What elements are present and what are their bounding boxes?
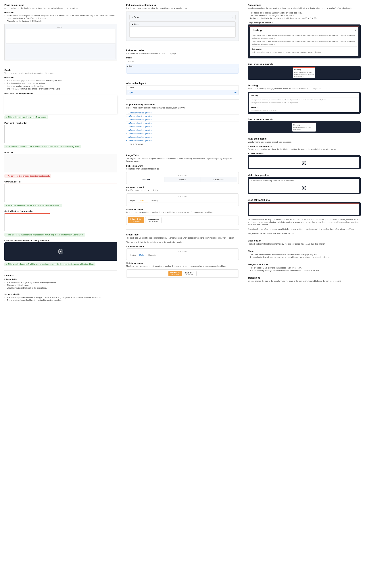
small-tabs-desc2: They are also likely to be the variation… [126,241,239,244]
scrolling-title: Scrolling [248,84,361,87]
small-modal-2-title: Heading [293,124,315,126]
section-close: Close The close button will send any dat… [248,250,361,259]
full-column-desc: Acceptable when number of tabs is fixed. [126,168,239,170]
page-bg-inner-2 [6,44,116,59]
small-var-tab-2[interactable]: Small Group 2-5 Students [183,271,197,276]
inline-closed[interactable]: ✓ Closed ⌄ [126,60,239,64]
section-small-tabs: Small Tabs The small tabs are used for l… [126,233,239,278]
small-tabs-desc1: The small tabs are used for less promine… [126,237,239,239]
cards-desc: The content card can be used to elevate … [4,72,117,75]
badge-text: This card has a drop shadow only. Even s… [8,116,47,118]
play-circle[interactable]: ▶ [302,161,306,165]
scroll-modal-body: Lorem ipsum dolor sit amet, consectetur … [249,98,359,112]
check-icon: ✓ [6,204,7,206]
card-progress-label: Card with steps / progress bar [4,210,117,212]
faq-item-4[interactable]: A Frequently asked question [126,125,239,129]
scroll-sub-text: Lorem ipsum dolor sit amet consectetur. [251,109,358,111]
multi-step-question-preview: To help address their learning needs tel… [248,177,361,194]
faq-text: A Frequently asked question [128,136,151,138]
accordion-closed[interactable]: ✓ Closed ⌄ [130,15,236,20]
tab-auto-english[interactable]: English [128,198,138,203]
section-appearance: Appearance Modal appears above the page … [248,4,361,58]
close-icon[interactable]: ✕ [355,29,357,31]
small-tab-chemistry[interactable]: Chemistry [146,253,158,257]
card-accent-badge: ✓ An accent border can be used to add ex… [4,204,62,207]
faq-item-5[interactable]: A Frequently asked question [126,129,239,132]
scroll-body-text: Lorem ipsum dolor sit amet, consectetur … [251,99,358,101]
section-supplementary: Supplementary accordion For use when ter… [126,103,239,146]
alt-closed-label: Closed [129,87,134,89]
right-column: Appearance Modal appears above the page … [243,0,365,311]
small-modal-content: Heading Lorem ipsum dolor sit amet conse… [293,68,315,78]
card-modal-demo: ▶ [4,242,117,261]
var-tab-secondary-label: Small Group [148,218,159,221]
accordion-open-demo: ▲ Open [129,21,236,38]
badge-text: No border or drop-shadow doesn't contras… [8,175,50,177]
multistep-progress-bar [251,158,286,158]
appearance-title: Appearance [248,4,361,6]
section-progress-indicator: Progress indicator The progress bar will… [248,263,361,272]
close-guideline-1: Re-opening the flow will start the proce… [250,256,361,259]
small-tab-english[interactable]: English [128,253,138,257]
tabs-full-demo: ENGLISH MATHS CHEMISTRY [128,177,237,182]
alt-closed[interactable]: Closed + [126,86,239,90]
progress-bar [5,213,50,214]
var-tab-secondary-sub: 2-5 Students [148,221,159,222]
faq-item-1[interactable]: A Frequently asked question [126,115,239,118]
tab-english[interactable]: ENGLISH [128,177,164,182]
appearance-guideline: The close button is in the top right cor… [250,14,361,17]
appearance-desc: Modal appears above the page content and… [248,7,361,10]
full-panel-demo: ✓ Closed ⌄ ▲ Open [126,12,239,41]
play-button[interactable]: ▶ [58,249,63,254]
scroll-body-text-2: Lorem ipsum dolor sit amet, consectetur … [251,102,358,104]
large-tabs-full-container: Subjects ENGLISH MATHS CHEMISTRY [126,172,239,184]
dividers-title: Dividers [4,274,117,277]
inline-open-label: ▲ Open [126,65,133,67]
var-tab-primary[interactable]: Private Tutor 1-on-1 Tuition [128,217,144,223]
inline-open[interactable]: ▲ Open [126,64,239,68]
small-var-tab-1[interactable]: Private Tutor 1-on-1 Tuition [168,271,182,276]
scroll-preview: Heading Lorem ipsum dolor sit amet, cons… [248,92,361,114]
var-tab-secondary[interactable]: Small Group 2-5 Students [145,217,161,223]
auto-content-desc: Used for less prominent or variable tabs… [126,189,239,192]
alt-open[interactable]: Open — [126,90,239,95]
faq-item-7[interactable]: A Frequently asked question [126,135,239,139]
small-tab-maths[interactable]: Maths [137,253,146,257]
faq-item-3[interactable]: A Frequently asked question [126,122,239,125]
faq-text: A Frequently asked question [128,140,151,142]
tab-chemistry[interactable]: CHEMISTRY [201,177,237,182]
cards-title: Cards [4,69,117,72]
supplementary-title: Supplementary accordion [126,103,239,106]
separator [4,65,117,65]
faq-item-8[interactable]: A Frequently asked question [126,139,239,142]
not-card-demo [4,154,117,172]
tab-maths[interactable]: MATHS [164,177,201,182]
cards-guidelines: The cards should pop-off a shaded backgr… [4,79,117,90]
large-tabs-auto-container: Subjects English Maths Chemistry [126,194,239,206]
states-label: States [126,57,239,59]
var-tab-primary-label: Private Tutor [131,218,142,220]
question-play-circle[interactable]: ▶ [302,186,306,190]
section-back-button: Back button The back button will take th… [248,239,361,245]
guideline-item: Shouldn't run the entire length of the c… [7,287,117,289]
tab-auto-maths[interactable]: Maths [138,198,147,203]
guideline-item: Always layout the division with 100% wid… [7,20,117,22]
small-subjects-label: Subjects [128,250,237,253]
badge-text: The accent bar can become a progress bar… [8,234,84,236]
accordion-open[interactable]: ▲ Open [129,21,236,27]
card-drop-shadow-label: Plain card - with drop shadow [4,93,117,95]
faq-item-2[interactable]: A Frequently asked question [126,118,239,122]
modal-window: Heading ✕ Lorem ipsum dolor sit amet, co… [250,27,358,56]
faq-item-0[interactable]: A Frequently asked question [126,111,239,115]
check-icon: ✓ [6,146,7,148]
modal-sub-section: Sub-section [252,48,357,50]
section-inline-accordion: In-line accordion Used when the accordio… [126,49,239,74]
minus-icon: — [234,92,236,93]
guideline-item: The secondary divider should be in an ap… [7,296,117,299]
small-tabs-title: Small Tabs [126,233,239,236]
tab-auto-chemistry[interactable]: Chemistry [148,198,160,203]
full-page-desc: Use the large panel accordion when the c… [126,7,239,10]
card-modal-badge: ✓ This example shows the flexibility you… [4,263,95,266]
faq-item-6[interactable]: A Frequently asked question [126,132,239,135]
card-drop-shadow-demo [4,95,117,114]
